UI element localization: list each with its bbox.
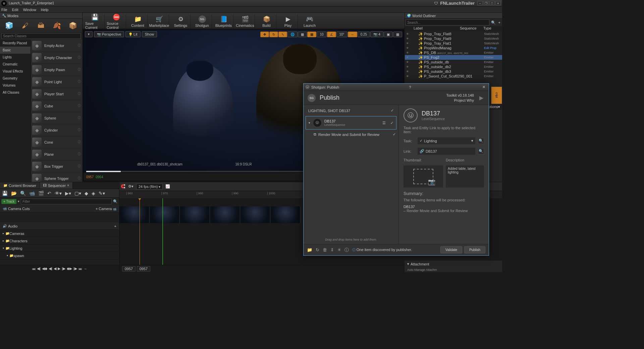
track-spawn[interactable]: ▾📁 spawn bbox=[0, 252, 119, 259]
menu-window[interactable]: Window bbox=[23, 8, 36, 12]
list-item[interactable]: ◆Sphereⓘ bbox=[31, 112, 82, 124]
playback-icon[interactable]: ▶▾ bbox=[64, 191, 72, 196]
outliner-row[interactable]: 👁✨ P_Sword_Cut_Scsf0290_001Emitter bbox=[405, 74, 502, 79]
validate-button[interactable]: Validate bbox=[440, 246, 462, 253]
track-lighting[interactable]: ▾📁 Lighting bbox=[0, 245, 119, 252]
scale-snap-button[interactable]: ↔ bbox=[348, 32, 357, 37]
launch-button[interactable]: 🎮Launch bbox=[300, 14, 319, 29]
surface-snap-button[interactable]: ▦ bbox=[298, 32, 307, 37]
menu-file[interactable]: File bbox=[1, 8, 7, 12]
filter-search-icon[interactable]: 🔍 bbox=[113, 199, 118, 204]
outliner-search-input[interactable] bbox=[406, 19, 489, 26]
cat-vfx[interactable]: Visual Effects bbox=[0, 68, 31, 75]
track-cameras[interactable]: ▸📁 Cameras bbox=[0, 230, 119, 237]
seq-key-back-icon[interactable]: ◀◆ bbox=[42, 266, 47, 271]
collapse-icon[interactable]: ✳ bbox=[337, 247, 341, 252]
seq-key-fwd-icon[interactable]: ◆▶ bbox=[67, 266, 72, 271]
range-in[interactable]: 0957 bbox=[122, 266, 136, 271]
curve-editor-icon[interactable]: 📈 bbox=[165, 184, 170, 189]
publish-breadcrumb[interactable]: LIGHTING, SHOT DB137✓ bbox=[304, 105, 398, 116]
thumbnail-picker[interactable]: 📷 bbox=[404, 165, 443, 188]
task-value[interactable]: ✓ Lighting▾ bbox=[418, 137, 475, 144]
list-item[interactable]: ◆Empty Actorⓘ bbox=[31, 40, 82, 52]
list-item[interactable]: ◆Cylinderⓘ bbox=[31, 124, 82, 136]
list-item[interactable]: ◆Sphere Triggerⓘ bbox=[31, 172, 82, 182]
item-menu-icon[interactable]: ☰ bbox=[382, 121, 386, 125]
revert-icon[interactable]: ↶ bbox=[47, 191, 52, 196]
settings-button[interactable]: ⚙Settings bbox=[171, 14, 191, 29]
menu-help[interactable]: Help bbox=[41, 8, 49, 12]
add-filter-icon[interactable]: + bbox=[497, 19, 501, 26]
cat-basic[interactable]: Basic bbox=[0, 47, 31, 54]
play-button[interactable]: ▶Play bbox=[278, 14, 298, 29]
dialog-help-button[interactable]: ? bbox=[408, 85, 413, 89]
dialog-close-button[interactable]: ✕ bbox=[481, 85, 487, 89]
col-label[interactable]: Label bbox=[407, 26, 460, 32]
list-item[interactable]: ◆Planeⓘ bbox=[31, 148, 82, 160]
side-tab-script[interactable]: cript bbox=[491, 87, 502, 104]
blueprints-button[interactable]: 📘Blueprints bbox=[214, 14, 233, 29]
outliner-row[interactable]: 👁✨ PS_outside_db3Emitter bbox=[405, 69, 502, 74]
seq-play-icon[interactable]: ▶ bbox=[58, 266, 60, 271]
search-icon[interactable]: 🔍 bbox=[490, 19, 497, 26]
seq-goto-end-icon[interactable]: ⏭ bbox=[78, 267, 82, 271]
outliner-row[interactable]: 👁✨ Prop_Tray_Flat8StaticMesh bbox=[405, 32, 502, 36]
marketplace-button[interactable]: 🛒Marketplace bbox=[150, 14, 169, 29]
scale-snap-value[interactable]: 0.25 bbox=[358, 32, 370, 37]
key-icon[interactable]: ◆ bbox=[84, 191, 89, 196]
track-audio[interactable]: 🔊 Audio+ bbox=[0, 222, 119, 230]
add-track-button[interactable]: + Track bbox=[1, 199, 16, 204]
publish-button[interactable]: Publish bbox=[464, 246, 485, 253]
maximize-button[interactable]: □ bbox=[489, 1, 495, 5]
track-characters[interactable]: ▸📁 Characters bbox=[0, 237, 119, 245]
search-classes-input[interactable] bbox=[1, 33, 81, 39]
list-item[interactable]: ◆Point Lightⓘ bbox=[31, 76, 82, 88]
seq-step-fwd-icon[interactable]: |▶ bbox=[73, 266, 77, 271]
seq-loop-icon[interactable]: → bbox=[84, 267, 87, 271]
place-mode-icon[interactable]: 🧊 bbox=[3, 20, 15, 31]
outliner-tab[interactable]: 🌍 World Outliner bbox=[405, 13, 502, 19]
snap-button[interactable]: 🧲 bbox=[121, 184, 125, 189]
angle-snap-button[interactable]: ∠ bbox=[327, 32, 336, 37]
minimize-button[interactable]: – bbox=[477, 1, 483, 5]
delete-icon[interactable]: 🗑 bbox=[323, 247, 327, 252]
list-item[interactable]: ◆Coneⓘ bbox=[31, 136, 82, 148]
transform-move-icon[interactable]: ✥ bbox=[260, 32, 269, 37]
cat-cinematic[interactable]: Cinematic bbox=[0, 61, 31, 68]
outliner-row[interactable]: 👁✨ Prop_Tray_Flat9StaticMesh bbox=[405, 36, 502, 41]
seq-frame-fwd-icon[interactable]: |▶ bbox=[62, 266, 65, 271]
cinematics-button[interactable]: 🎬Cinematics bbox=[235, 14, 255, 29]
list-item[interactable]: ◆Player Startⓘ bbox=[31, 88, 82, 100]
transform-rotate-icon[interactable]: ↻ bbox=[269, 32, 278, 37]
snap-settings-icon[interactable]: ⚙▾ bbox=[128, 184, 133, 189]
outliner-row[interactable]: 👁✨ PS_outside_dbEmitter bbox=[405, 60, 502, 64]
seq-frame-back-icon[interactable]: ◀| bbox=[49, 266, 52, 271]
tab-sequencer[interactable]: 🎞 Sequencer × bbox=[40, 182, 73, 189]
outliner-row[interactable]: 👁✨ PropWindManagEdit Prop bbox=[405, 46, 502, 50]
search-seq-icon[interactable]: 🔍 bbox=[19, 191, 26, 196]
angle-snap-value[interactable]: 10° bbox=[336, 32, 347, 37]
maximize-viewport-button[interactable]: ▣ bbox=[384, 32, 393, 37]
list-item[interactable]: ◆Box Triggerⓘ bbox=[31, 160, 82, 172]
publish-item[interactable]: ▾ ⓤ DB137 LevelSequence ☰ ✓ bbox=[306, 116, 396, 130]
modes-tab[interactable]: 🔧 Modes bbox=[0, 13, 82, 19]
outliner-row[interactable]: 👁✨ PS_outside_db2Emitter bbox=[405, 64, 502, 69]
content-button[interactable]: 📁Content bbox=[128, 14, 148, 29]
info-icon[interactable]: ⓘ bbox=[344, 247, 349, 253]
coord-button[interactable]: 🌐 bbox=[287, 32, 298, 37]
paint-mode-icon[interactable]: 🖌 bbox=[19, 20, 31, 31]
tab-content-browser[interactable]: 📁 Content Browser bbox=[0, 182, 40, 189]
outliner-row[interactable]: 👁✨ PS_DB db0137_001, db0270_001Emitter bbox=[405, 50, 502, 55]
outliner-row[interactable]: 👁✨ PS_Fog2Emitter bbox=[405, 55, 502, 60]
cat-recent[interactable]: Recently Placed bbox=[0, 40, 31, 47]
attachment-title[interactable]: Attachment bbox=[411, 262, 429, 266]
task-search-icon[interactable]: 🔍 bbox=[478, 138, 484, 144]
close-button[interactable]: × bbox=[495, 1, 501, 5]
range-out[interactable]: 0957 bbox=[137, 266, 150, 271]
cat-geometry[interactable]: Geometry bbox=[0, 75, 31, 82]
link-search-icon[interactable]: 🔍 bbox=[478, 148, 484, 154]
cat-all[interactable]: All Classes bbox=[0, 89, 31, 96]
autokey-icon[interactable]: ◈ bbox=[91, 191, 96, 196]
seq-goto-start-icon[interactable]: ⏮ bbox=[32, 267, 36, 271]
cat-volumes[interactable]: Volumes bbox=[0, 82, 31, 89]
